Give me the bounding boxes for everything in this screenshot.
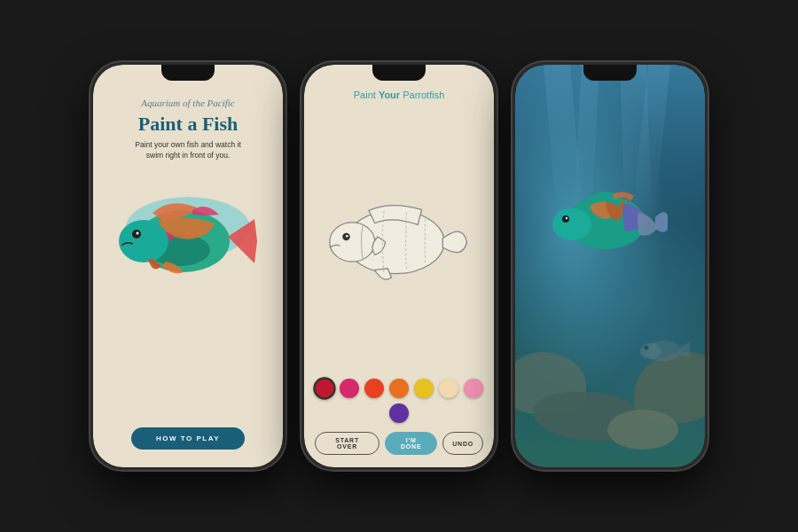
screen-1: Aquarium of the Pacific Paint a Fish Pai… <box>93 65 283 467</box>
phone-3-device <box>512 62 708 470</box>
paint-title-bold: Your <box>379 90 400 100</box>
fish-outline-drawing[interactable] <box>324 189 474 295</box>
svg-point-2 <box>119 220 168 262</box>
svg-point-11 <box>562 215 569 223</box>
fish-hero-image <box>117 170 259 294</box>
screen-3-ar <box>515 65 705 467</box>
paint-title-end: Parrotfish <box>400 90 444 100</box>
small-background-fish <box>638 335 692 370</box>
phone-2-device: Paint Your Parrotfish <box>301 62 497 470</box>
how-to-play-button[interactable]: HOW TO PLAY <box>131 427 245 450</box>
small-fish-svg <box>638 335 692 366</box>
svg-point-10 <box>552 208 591 240</box>
color-orange-red[interactable] <box>364 379 384 398</box>
color-purple[interactable] <box>389 403 409 423</box>
fish-canvas[interactable] <box>315 106 483 379</box>
svg-point-14 <box>640 343 661 359</box>
parrotfish-illustration <box>117 170 259 294</box>
screen-2: Paint Your Parrotfish <box>304 65 494 467</box>
phone-1: Aquarium of the Pacific Paint a Fish Pai… <box>90 62 286 470</box>
svg-point-6 <box>330 223 375 262</box>
svg-point-8 <box>346 235 348 238</box>
svg-point-12 <box>566 217 567 219</box>
paint-title-normal: Paint <box>354 90 379 100</box>
done-button[interactable]: I'M DONE <box>385 432 437 455</box>
ar-fish-svg <box>552 180 668 260</box>
action-buttons: START OVER I'M DONE UNDO <box>315 432 483 455</box>
rock-4 <box>607 410 678 450</box>
color-pink[interactable] <box>464 379 483 398</box>
color-peach[interactable] <box>439 379 458 398</box>
aquarium-logo: Aquarium of the Pacific <box>141 97 234 110</box>
start-over-button[interactable]: START OVER <box>315 432 379 455</box>
color-palette <box>315 379 483 423</box>
color-yellow[interactable] <box>414 379 434 398</box>
color-dark-red[interactable] <box>313 377 335 399</box>
phone-3 <box>512 62 708 470</box>
coral-rocks <box>515 290 705 467</box>
phone-1-device: Aquarium of the Pacific Paint a Fish Pai… <box>90 62 286 470</box>
paint-title: Paint Your Parrotfish <box>354 90 445 100</box>
color-orange[interactable] <box>389 379 409 398</box>
svg-point-4 <box>137 231 139 234</box>
page-subtitle: Paint your own fish and watch itswim rig… <box>135 140 241 161</box>
svg-point-15 <box>645 346 649 350</box>
color-hot-pink[interactable] <box>340 379 359 398</box>
phone-2: Paint Your Parrotfish <box>301 62 497 470</box>
undo-button[interactable]: UNDO <box>442 432 483 455</box>
page-title: Paint a Fish <box>138 113 238 135</box>
ar-fish <box>552 180 668 263</box>
